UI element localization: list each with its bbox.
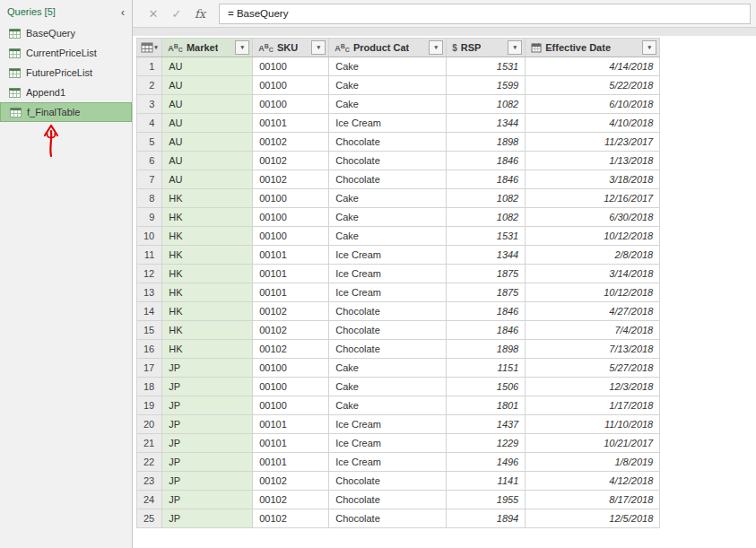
cell-sku[interactable]: 00101 (253, 434, 329, 453)
cell-market[interactable]: JP (162, 396, 253, 415)
cell-effective-date[interactable]: 4/14/2018 (526, 57, 660, 76)
column-header-product-cat[interactable]: ABCProduct Cat▾ (329, 39, 447, 57)
cell-product-cat[interactable]: Ice Cream (329, 453, 447, 472)
cell-product-cat[interactable]: Cake (329, 208, 447, 227)
row-number[interactable]: 21 (137, 434, 162, 453)
sidebar-item-currentpricelist[interactable]: CurrentPriceList (0, 43, 132, 63)
row-number[interactable]: 24 (137, 491, 162, 509)
cell-market[interactable]: AU (162, 114, 253, 133)
cell-effective-date[interactable]: 6/30/2018 (526, 208, 660, 227)
cell-market[interactable]: JP (162, 415, 253, 434)
row-number[interactable]: 3 (137, 95, 162, 114)
row-number[interactable]: 20 (137, 415, 162, 434)
cell-market[interactable]: AU (162, 57, 253, 76)
cell-market[interactable]: JP (162, 472, 253, 491)
column-header-rsp[interactable]: $RSP▾ (447, 39, 526, 57)
cell-market[interactable]: JP (162, 453, 253, 472)
sidebar-item-f-finaltable[interactable]: f_FinalTable (0, 102, 132, 122)
cell-rsp[interactable]: 1846 (447, 152, 526, 170)
column-header-effective-date[interactable]: Effective Date▾ (526, 39, 660, 57)
cell-product-cat[interactable]: Cake (329, 359, 447, 378)
cell-product-cat[interactable]: Ice Cream (329, 114, 447, 133)
row-number[interactable]: 2 (137, 76, 162, 95)
cell-rsp[interactable]: 1344 (447, 114, 526, 133)
cell-market[interactable]: HK (162, 208, 253, 227)
cell-rsp[interactable]: 1151 (447, 359, 526, 378)
cell-effective-date[interactable]: 11/23/2017 (526, 133, 660, 152)
cell-rsp[interactable]: 1082 (447, 208, 526, 227)
row-number[interactable]: 16 (137, 340, 162, 359)
cell-rsp[interactable]: 1801 (447, 396, 526, 415)
cell-effective-date[interactable]: 5/22/2018 (526, 76, 660, 95)
cell-effective-date[interactable]: 1/8/2019 (526, 453, 660, 472)
cell-market[interactable]: JP (162, 378, 253, 396)
confirm-formula-button[interactable]: ✓ (165, 7, 188, 21)
cell-rsp[interactable]: 1846 (447, 321, 526, 340)
cell-sku[interactable]: 00100 (253, 57, 329, 76)
cell-sku[interactable]: 00101 (253, 114, 329, 133)
cell-sku[interactable]: 00100 (253, 189, 329, 208)
cell-sku[interactable]: 00100 (253, 378, 329, 396)
filter-dropdown-button[interactable]: ▾ (508, 40, 522, 55)
row-number[interactable]: 7 (137, 170, 162, 189)
cell-rsp[interactable]: 1496 (447, 453, 526, 472)
cell-product-cat[interactable]: Ice Cream (329, 283, 447, 302)
column-header-sku[interactable]: ABCSKU▾ (253, 39, 329, 57)
cell-sku[interactable]: 00101 (253, 246, 329, 265)
cell-effective-date[interactable]: 6/10/2018 (526, 95, 660, 114)
cell-product-cat[interactable]: Ice Cream (329, 246, 447, 265)
cell-product-cat[interactable]: Cake (329, 396, 447, 415)
cell-sku[interactable]: 00101 (253, 453, 329, 472)
cell-effective-date[interactable]: 4/12/2018 (526, 472, 660, 491)
cell-rsp[interactable]: 1229 (447, 434, 526, 453)
filter-dropdown-button[interactable]: ▾ (311, 40, 326, 55)
cell-sku[interactable]: 00101 (253, 415, 329, 434)
row-number[interactable]: 22 (137, 453, 162, 472)
cancel-formula-button[interactable]: ✕ (142, 7, 165, 21)
cell-rsp[interactable]: 1344 (447, 246, 526, 265)
cell-market[interactable]: HK (162, 246, 253, 265)
cell-market[interactable]: AU (162, 95, 253, 114)
cell-market[interactable]: AU (162, 170, 253, 189)
cell-effective-date[interactable]: 11/10/2018 (526, 415, 660, 434)
cell-market[interactable]: AU (162, 152, 253, 170)
cell-market[interactable]: AU (162, 133, 253, 152)
cell-product-cat[interactable]: Cake (329, 57, 447, 76)
cell-sku[interactable]: 00101 (253, 283, 329, 302)
cell-sku[interactable]: 00102 (253, 509, 329, 528)
cell-market[interactable]: HK (162, 302, 253, 321)
cell-product-cat[interactable]: Cake (329, 378, 447, 396)
cell-sku[interactable]: 00102 (253, 133, 329, 152)
cell-effective-date[interactable]: 12/3/2018 (526, 378, 660, 396)
cell-sku[interactable]: 00102 (253, 340, 329, 359)
cell-effective-date[interactable]: 10/12/2018 (526, 283, 660, 302)
cell-product-cat[interactable]: Chocolate (329, 509, 447, 528)
cell-rsp[interactable]: 1599 (447, 76, 526, 95)
cell-market[interactable]: HK (162, 227, 253, 246)
row-number[interactable]: 13 (137, 283, 162, 302)
row-number[interactable]: 6 (137, 152, 162, 170)
row-number[interactable]: 25 (137, 509, 162, 528)
cell-sku[interactable]: 00102 (253, 321, 329, 340)
cell-rsp[interactable]: 1875 (447, 283, 526, 302)
cell-effective-date[interactable]: 4/10/2018 (526, 114, 660, 133)
cell-product-cat[interactable]: Cake (329, 95, 447, 114)
row-number[interactable]: 4 (137, 114, 162, 133)
cell-product-cat[interactable]: Ice Cream (329, 265, 447, 283)
cell-sku[interactable]: 00102 (253, 491, 329, 509)
cell-sku[interactable]: 00100 (253, 208, 329, 227)
row-number[interactable]: 15 (137, 321, 162, 340)
cell-effective-date[interactable]: 12/16/2017 (526, 189, 660, 208)
cell-product-cat[interactable]: Ice Cream (329, 415, 447, 434)
cell-market[interactable]: AU (162, 76, 253, 95)
cell-product-cat[interactable]: Cake (329, 227, 447, 246)
collapse-pane-icon[interactable]: ‹ (121, 6, 125, 18)
filter-dropdown-button[interactable]: ▾ (235, 40, 249, 55)
row-number[interactable]: 23 (137, 472, 162, 491)
row-number[interactable]: 19 (137, 396, 162, 415)
cell-market[interactable]: HK (162, 265, 253, 283)
cell-rsp[interactable]: 1898 (447, 133, 526, 152)
cell-product-cat[interactable]: Ice Cream (329, 434, 447, 453)
formula-input[interactable]: = BaseQuery (219, 4, 751, 24)
sidebar-item-futurepricelist[interactable]: FuturePriceList (0, 63, 132, 83)
